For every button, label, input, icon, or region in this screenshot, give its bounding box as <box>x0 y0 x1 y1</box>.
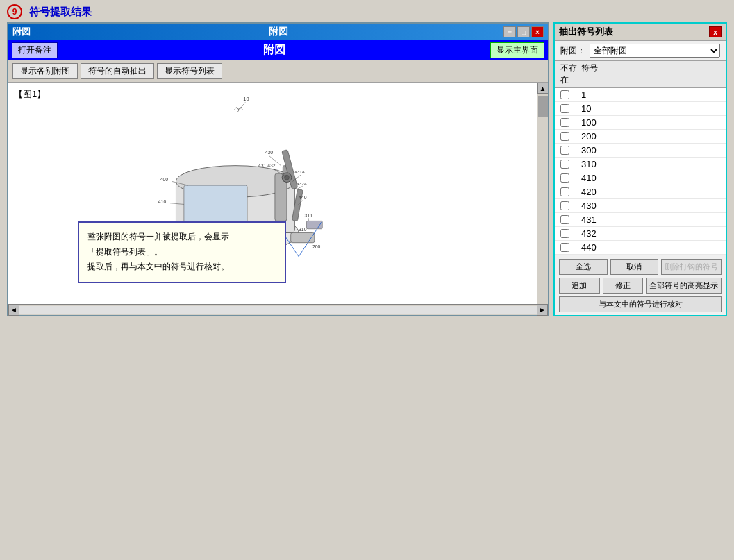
symbol-value: 432 <box>581 228 720 239</box>
button-row-1: 全选 取消 删除打钩的符号 <box>559 259 722 275</box>
list-item: 410 <box>555 171 726 185</box>
check-cell[interactable] <box>560 118 581 127</box>
button-row-2: 追加 修正 全部符号的高亮显示 <box>559 278 722 294</box>
svg-text:440: 440 <box>299 195 307 200</box>
check-cell[interactable] <box>560 132 581 141</box>
symbol-value: 430 <box>581 201 720 211</box>
show-each-fig-button[interactable]: 显示各别附图 <box>12 63 78 79</box>
check-cell[interactable] <box>560 229 581 238</box>
list-item: 440 <box>555 241 726 255</box>
symbol-checkbox[interactable] <box>560 215 569 224</box>
add-button[interactable]: 追加 <box>559 278 600 294</box>
symbol-value: 300 <box>581 145 720 155</box>
fuzu-window-center-title: 附図 <box>269 26 288 38</box>
symbol-table-header: 不存在 符号 <box>555 60 726 88</box>
diagram-area: 【图1】 10 <box>8 83 548 304</box>
svg-text:430: 430 <box>265 150 274 155</box>
horizontal-scrollbar[interactable]: ◄ ► <box>8 304 548 315</box>
delete-checked-button[interactable]: 删除打钩的符号 <box>661 259 722 275</box>
top-annotation: 9 符号提取结果 <box>0 0 734 22</box>
list-item: 431 <box>555 213 726 227</box>
symbol-checkbox[interactable] <box>560 104 569 113</box>
sub-toolbar: 显示各别附图 符号的自动抽出 显示符号列表 <box>8 60 548 83</box>
symbol-checkbox[interactable] <box>560 118 569 127</box>
main-toolbar: 打开备注 附図 显示主界面 <box>8 40 548 60</box>
annotation-title: 符号提取结果 <box>29 6 92 19</box>
symbol-checkbox[interactable] <box>560 146 569 155</box>
symbol-checkbox[interactable] <box>560 201 569 210</box>
list-item: 200 <box>555 130 726 144</box>
check-cell[interactable] <box>560 90 581 99</box>
verify-button[interactable]: 与本文中的符号进行核对 <box>559 296 722 312</box>
minimize-button[interactable]: － <box>503 26 516 37</box>
symbol-checkbox[interactable] <box>560 173 569 183</box>
fuzu-window-title: 附図 <box>12 26 31 38</box>
symbol-value: 100 <box>581 117 720 128</box>
svg-line-1 <box>237 102 245 112</box>
callout-line-3: 提取后，再与本文中的符号进行核对。 <box>87 260 276 275</box>
callout-line-2: 「提取符号列表」。 <box>87 245 276 260</box>
check-cell[interactable] <box>560 146 581 155</box>
filter-label: 附図： <box>560 45 585 57</box>
check-cell[interactable] <box>560 104 581 113</box>
fuzu-titlebar: 附図 附図 － □ × <box>8 24 548 40</box>
modify-button[interactable]: 修正 <box>603 278 644 294</box>
symbol-checkbox[interactable] <box>560 160 569 169</box>
symbol-value: 1 <box>581 90 720 100</box>
svg-text:431A: 431A <box>294 169 305 174</box>
list-item: 1 <box>555 88 726 102</box>
scroll-up-arrow[interactable]: ▲ <box>537 83 549 94</box>
list-item: 430 <box>555 199 726 213</box>
symbol-value: 410 <box>581 173 720 183</box>
svg-text:311: 311 <box>305 213 313 218</box>
list-item: 10 <box>555 102 726 116</box>
symbol-checkbox[interactable] <box>560 243 569 252</box>
vertical-scrollbar[interactable]: ▲ <box>537 83 548 304</box>
svg-text:10: 10 <box>243 96 249 102</box>
auto-extract-button[interactable]: 符号的自动抽出 <box>81 63 154 79</box>
list-item: 420 <box>555 185 726 199</box>
maximize-button[interactable]: □ <box>517 26 530 37</box>
svg-text:410: 410 <box>158 199 167 204</box>
check-cell[interactable] <box>560 215 581 224</box>
svg-point-10 <box>285 175 290 180</box>
scroll-thumb[interactable] <box>538 96 548 117</box>
step-number: 9 <box>7 4 22 19</box>
cancel-button[interactable]: 取消 <box>610 259 659 275</box>
symbol-panel: 抽出符号列表 x 附図： 全部附図 図1 図2 不存在 符号 1 10 <box>553 22 727 316</box>
check-cell[interactable] <box>560 173 581 183</box>
symbol-bottom-actions: 全选 取消 删除打钩的符号 追加 修正 全部符号的高亮显示 与本文中的符号进行核… <box>555 255 726 315</box>
symbol-value: 10 <box>581 103 720 114</box>
scroll-track-h <box>19 306 537 314</box>
check-cell[interactable] <box>560 201 581 210</box>
callout-box: 整张附图的符号一并被提取后，会显示 「提取符号列表」。 提取后，再与本文中的符号… <box>78 221 286 283</box>
check-cell[interactable] <box>560 243 581 252</box>
check-cell[interactable] <box>560 160 581 169</box>
check-cell[interactable] <box>560 187 581 196</box>
show-symbol-list-button[interactable]: 显示符号列表 <box>157 63 222 79</box>
list-item: 100 <box>555 116 726 130</box>
show-main-view-button[interactable]: 显示主界面 <box>490 42 544 58</box>
symbol-checkbox[interactable] <box>560 132 569 141</box>
close-button[interactable]: × <box>531 26 544 37</box>
highlight-all-button[interactable]: 全部符号的高亮显示 <box>646 278 722 294</box>
open-notes-button[interactable]: 打开备注 <box>12 42 58 58</box>
symbol-panel-close-button[interactable]: x <box>709 26 722 37</box>
main-toolbar-title: 附図 <box>63 43 485 58</box>
symbol-checkbox[interactable] <box>560 229 569 238</box>
window-controls: － □ × <box>503 26 544 37</box>
scroll-left-arrow[interactable]: ◄ <box>8 305 19 316</box>
symbol-value: 440 <box>581 242 720 253</box>
scroll-right-arrow[interactable]: ► <box>537 305 548 316</box>
symbol-filter-row: 附図： 全部附図 図1 図2 <box>555 41 726 60</box>
symbol-checkbox[interactable] <box>560 90 569 99</box>
symbol-value: 420 <box>581 187 720 197</box>
filter-select[interactable]: 全部附図 図1 図2 <box>590 44 720 58</box>
col-header-symbol: 符号 <box>581 62 720 86</box>
svg-text:310: 310 <box>299 227 307 232</box>
callout-line-1: 整张附图的符号一并被提取后，会显示 <box>87 230 276 245</box>
main-layout: 附図 附図 － □ × 打开备注 附図 显示主界面 显示各别附图 符号的自动抽出… <box>0 22 734 323</box>
select-all-button[interactable]: 全选 <box>559 259 608 275</box>
fuzu-window: 附図 附図 － □ × 打开备注 附図 显示主界面 显示各别附图 符号的自动抽出… <box>7 22 549 316</box>
symbol-checkbox[interactable] <box>560 187 569 196</box>
